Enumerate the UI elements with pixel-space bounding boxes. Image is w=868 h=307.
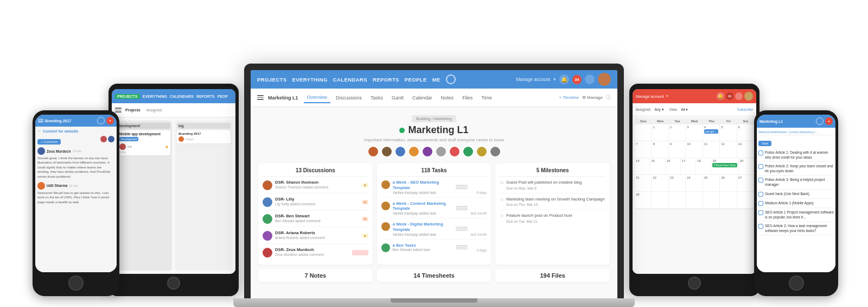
cal-cell-26[interactable]: 26 xyxy=(720,175,737,191)
tr-subscribe-btn[interactable]: Subscribe xyxy=(737,108,753,111)
rphone-checkbox-5[interactable] xyxy=(758,201,763,206)
laptop-nav-projects[interactable]: PROJECTS xyxy=(257,77,286,83)
rphone-search-icon[interactable] xyxy=(816,117,824,125)
discussion-5[interactable]: DSR- Zeus Murdoch Zeus Murdoch added com… xyxy=(263,247,368,260)
discussion-3[interactable]: DSR- Ben Stewart Ben Stewart added comme… xyxy=(263,214,368,227)
rphone-task-5[interactable]: Medium Article 1 (Mobile Apps) xyxy=(758,199,834,208)
cal-cell-12[interactable]: 12 xyxy=(720,141,737,158)
laptop-nav-manage[interactable]: Manage account xyxy=(516,77,550,82)
rphone-checkbox-2[interactable] xyxy=(758,164,763,169)
laptop-nav-avatar[interactable] xyxy=(598,73,611,86)
laptop-tab-discussions[interactable]: Discussions xyxy=(333,93,365,103)
cal-cell-11[interactable]: 11 xyxy=(703,141,720,158)
tablet-left-home[interactable] xyxy=(167,277,180,290)
cal-cell-9[interactable]: 9 xyxy=(669,141,686,158)
rphone-checkbox-7[interactable] xyxy=(758,224,763,229)
laptop-timeline-btn[interactable]: + Timeline xyxy=(559,95,579,100)
laptop-nav-everything[interactable]: EVERYTHING xyxy=(292,77,327,83)
laptop-nav-bell-icon[interactable]: 🔔 xyxy=(559,74,569,84)
tl-assigned[interactable]: Assigned xyxy=(144,107,164,113)
tablet-right-home[interactable] xyxy=(688,277,701,290)
cal-cell-22[interactable]: 22 xyxy=(652,175,668,191)
cal-cell-3[interactable]: 3 xyxy=(686,124,703,141)
phone-left-search-icon[interactable] xyxy=(97,117,105,124)
rphone-notif-icon[interactable]: ● xyxy=(825,117,833,125)
laptop-nav-me[interactable]: ME xyxy=(432,77,441,83)
task-4[interactable]: a Ben Tasks Ben Stewart added task 3 day… xyxy=(381,243,487,255)
rphone-task-4[interactable]: Guest hack (Use Next Back) xyxy=(758,190,834,199)
laptop-nav-icon-2[interactable] xyxy=(585,74,595,84)
discussion-4[interactable]: DSR- Ariana Roberts Ariana Roberts added… xyxy=(263,230,368,244)
tl-nav-everything[interactable]: EVERYTHING xyxy=(143,95,167,98)
laptop-nav-people[interactable]: PEOPLE xyxy=(405,77,427,83)
tr-view-select[interactable]: All ▾ xyxy=(681,108,688,112)
milestone-3[interactable]: ☆ Feature launch post on Product hunt Du… xyxy=(500,213,605,226)
milestone-2[interactable]: ☆ Marketing team meeting on Growth hacki… xyxy=(500,197,605,210)
cal-cell-1[interactable]: 1 xyxy=(652,124,668,141)
cal-cell-4[interactable]: 4 can gro... xyxy=(703,124,720,141)
phone-left-notif-icon[interactable]: ● xyxy=(106,117,114,124)
task-3[interactable]: a Week - Digital Marketing Template Vart… xyxy=(381,222,487,240)
kanban-card-1[interactable]: Mobile app development Development Adi ★… xyxy=(117,130,170,155)
discussion-2[interactable]: DSR- Lilly Lily Kelly added comment 6 xyxy=(263,197,368,210)
rphone-checkbox-4[interactable] xyxy=(758,192,763,197)
cal-cell-19[interactable]: 19 5 Must-Have Tools xyxy=(711,158,738,174)
files-stat[interactable]: 194 Files xyxy=(495,269,610,282)
tr-nav-icon-2[interactable] xyxy=(735,92,743,100)
laptop-tab-files[interactable]: Files xyxy=(459,93,476,103)
rphone-checkbox-3[interactable] xyxy=(758,178,763,183)
laptop-tab-calendar[interactable]: Calendar xyxy=(409,93,436,103)
laptop-tab-overview[interactable]: Overview xyxy=(304,92,331,103)
phone-comment-btn[interactable]: + Comment xyxy=(37,139,61,145)
cal-cell-27[interactable]: 27 xyxy=(737,175,754,191)
cal-cell-17[interactable]: 17 xyxy=(681,158,696,174)
cal-cell-15[interactable]: 15 xyxy=(650,158,665,174)
laptop-nav-calendars[interactable]: CALENDARS xyxy=(333,77,367,83)
tr-nav-bell-icon[interactable]: 🔔 xyxy=(717,92,724,100)
tl-nav-calendars[interactable]: CALENDARS xyxy=(170,95,194,98)
phone-hamburger[interactable] xyxy=(38,119,43,122)
cal-cell-8[interactable]: 8 xyxy=(652,141,668,158)
cal-cell-21[interactable]: 21 xyxy=(635,175,652,191)
milestone-1[interactable]: ☆ Guest Post will published on creative … xyxy=(500,180,605,193)
rphone-task-1[interactable]: Police Article 1: Dealing with it at wom… xyxy=(758,148,834,162)
laptop-tab-notes[interactable]: Notes xyxy=(438,93,457,103)
laptop-manage-btn[interactable]: ⚙ Manage xyxy=(582,95,603,100)
tl-nav-projects[interactable]: PROJECTS xyxy=(115,94,140,99)
cal-cell-2[interactable]: 2 xyxy=(669,124,686,141)
tr-nav-manage[interactable]: Manage account xyxy=(636,95,664,98)
cal-cell-7[interactable]: 7 xyxy=(635,141,652,158)
cal-cell-20[interactable]: 20 xyxy=(739,158,754,174)
cal-cell-14[interactable]: 14 xyxy=(635,158,650,174)
tr-nav-avatar[interactable] xyxy=(744,92,753,101)
laptop-nav-reports[interactable]: REPORTS xyxy=(373,77,399,83)
cal-cell-25[interactable]: 25 xyxy=(703,175,720,191)
cal-cell-13[interactable]: 13 xyxy=(737,141,754,158)
cal-cell-18[interactable]: 18 xyxy=(696,158,711,174)
rphone-checkbox-1[interactable] xyxy=(758,151,763,155)
rphone-task-6[interactable]: SEO Article 1 Project management softwar… xyxy=(758,208,834,222)
discussion-1[interactable]: DSR- Sharon thomson Sharon Thomson added… xyxy=(263,180,368,193)
notes-stat[interactable]: 7 Notes xyxy=(258,269,373,282)
cal-cell-23[interactable]: 23 xyxy=(669,175,686,191)
laptop-nav-search-icon[interactable] xyxy=(446,74,456,84)
task-1[interactable]: a Week - SEO Marketing Template Vartika … xyxy=(381,180,487,198)
rphone-task-btn[interactable]: Task xyxy=(758,141,771,146)
rphone-task-3[interactable]: Police Article 3: Being a helpful projec… xyxy=(758,176,834,189)
laptop-tab-time[interactable]: Time xyxy=(478,93,495,103)
cal-cell-10[interactable]: 10 xyxy=(686,141,703,158)
cal-cell-16[interactable]: 16 xyxy=(666,158,681,174)
cal-cell-6[interactable]: 6 xyxy=(737,124,754,141)
tl-nav-reports[interactable]: REPORTS xyxy=(196,95,215,98)
laptop-tab-gantt[interactable]: Gantt xyxy=(388,93,407,103)
phone-right-home[interactable] xyxy=(789,275,804,291)
laptop-tab-tasks[interactable]: Tasks xyxy=(367,93,386,103)
phone-left-home[interactable] xyxy=(68,275,84,291)
rphone-checkbox-6[interactable] xyxy=(758,210,763,215)
cal-cell-28[interactable]: 28 xyxy=(635,192,652,208)
tr-filter-assigned[interactable]: Any ▾ xyxy=(655,108,664,112)
kanban-card-2[interactable]: Branding 2017 3 days xyxy=(177,130,231,143)
cal-cell-24[interactable]: 24 xyxy=(686,175,703,191)
timesheets-stat[interactable]: 14 Timesheets xyxy=(377,269,492,282)
cal-cell-5[interactable]: 5 xyxy=(720,124,737,141)
